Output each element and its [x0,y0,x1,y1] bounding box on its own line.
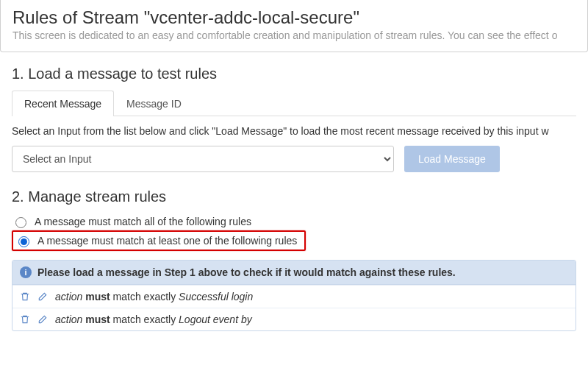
rules-panel: i Please load a message in Step 1 above … [12,260,576,331]
input-selector-row: Select an Input Load Message [12,146,576,172]
section1-title: 1. Load a message to test rules [12,66,576,82]
match-any-label: A message must match at least one of the… [37,235,297,247]
title-prefix: Rules of Stream " [12,7,150,27]
page-header: Rules of Stream "vcenter-addc-local-secu… [0,0,588,52]
load-message-button[interactable]: Load Message [404,146,500,172]
rules-panel-hint-text: Please load a message in Step 1 above to… [37,266,456,278]
match-any-radio-row[interactable]: A message must match at least one of the… [15,234,297,247]
input-select[interactable]: Select an Input [12,146,394,172]
section-manage-rules: 2. Manage stream rules A message must ma… [0,188,588,331]
delete-rule-icon[interactable] [20,314,30,325]
tab-message-id[interactable]: Message ID [114,91,194,116]
match-any-radio[interactable] [18,236,29,247]
load-help-text: Select an Input from the list below and … [12,125,576,137]
rules-panel-hint: i Please load a message in Step 1 above … [12,261,576,285]
rule-text: action must match exactly Logout event b… [55,314,252,325]
message-source-tabs: Recent Message Message ID [12,90,576,116]
rule-text: action must match exactly Successful log… [55,291,253,302]
match-all-radio[interactable] [15,217,26,228]
edit-rule-icon[interactable] [37,291,48,302]
page-subtitle: This screen is dedicated to an easy and … [12,29,576,41]
stream-name: vcenter-addc-local-secure [150,7,353,27]
rule-row: action must match exactly Logout event b… [12,308,576,330]
edit-rule-icon[interactable] [37,314,48,325]
delete-rule-icon[interactable] [20,291,30,302]
match-all-radio-row[interactable]: A message must match all of the followin… [12,213,576,230]
rule-row: action must match exactly Successful log… [12,285,576,308]
tab-recent-message[interactable]: Recent Message [12,91,114,116]
match-mode-group: A message must match all of the followin… [12,213,576,251]
match-all-label: A message must match all of the followin… [35,216,251,227]
page-title: Rules of Stream "vcenter-addc-local-secu… [12,7,576,28]
info-icon: i [20,266,32,278]
section2-title: 2. Manage stream rules [12,188,576,205]
section-load-message: 1. Load a message to test rules Recent M… [0,66,588,172]
title-suffix: " [353,7,359,27]
match-any-highlight: A message must match at least one of the… [12,230,306,251]
